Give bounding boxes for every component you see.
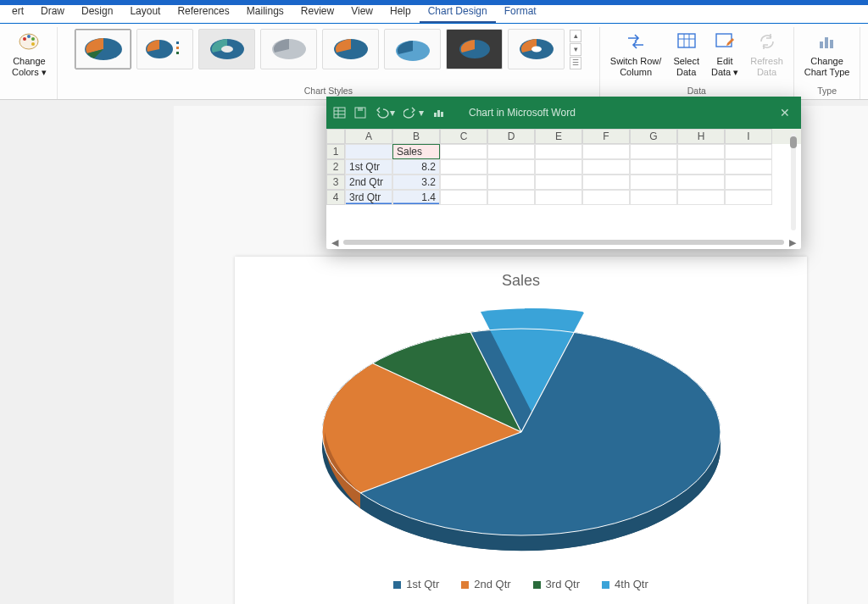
cell-I3[interactable] <box>725 175 772 190</box>
cell-B1[interactable]: Sales <box>392 144 440 159</box>
svg-point-17 <box>531 47 542 53</box>
col-A[interactable]: A <box>345 129 392 144</box>
svg-rect-43 <box>437 110 440 117</box>
undo-icon[interactable]: ▾ <box>375 107 395 119</box>
chart-style-3[interactable] <box>198 29 255 69</box>
chart-style-2[interactable] <box>136 29 193 69</box>
svg-point-3 <box>31 37 35 41</box>
cell-C4[interactable] <box>440 190 487 205</box>
grid-icon[interactable] <box>333 107 346 119</box>
cell-A1[interactable] <box>345 144 392 159</box>
cell-I4[interactable] <box>725 190 772 205</box>
chart-style-6[interactable] <box>384 29 441 69</box>
vscroll-thumb[interactable] <box>790 136 797 148</box>
rowh-3[interactable]: 3 <box>326 175 345 190</box>
redo-icon[interactable]: ▾ <box>403 107 424 119</box>
horizontal-scrollbar[interactable]: ◀ ▶ <box>326 236 801 249</box>
tab-layout[interactable]: Layout <box>121 0 169 23</box>
cell-B4[interactable]: 1.4 <box>392 190 440 205</box>
cell-B3[interactable]: 3.2 <box>392 175 440 190</box>
rowh-1[interactable]: 1 <box>326 144 345 159</box>
tab-review[interactable]: Review <box>292 0 342 23</box>
switch-row-column-button[interactable]: Switch Row/ Column <box>605 29 667 79</box>
styles-more-button[interactable]: ☰ <box>570 57 581 69</box>
cell-E1[interactable] <box>535 144 582 159</box>
cell-G4[interactable] <box>630 190 677 205</box>
cell-F1[interactable] <box>582 144 630 159</box>
cell-F3[interactable] <box>582 175 630 190</box>
scroll-left-icon[interactable]: ◀ <box>331 237 338 248</box>
close-button[interactable]: ✕ <box>776 106 794 119</box>
hscroll-track[interactable] <box>343 240 784 245</box>
cell-D3[interactable] <box>487 175 535 190</box>
cell-D2[interactable] <box>487 159 535 175</box>
chart-style-1[interactable] <box>75 29 131 69</box>
cell-D4[interactable] <box>487 190 535 205</box>
save-icon[interactable] <box>354 107 366 119</box>
cell-A2[interactable]: 1st Qtr <box>345 159 392 175</box>
tab-references[interactable]: References <box>169 0 237 23</box>
change-chart-type-button[interactable]: Change Chart Type <box>799 29 855 79</box>
cell-F4[interactable] <box>582 190 630 205</box>
cell-H1[interactable] <box>677 144 725 159</box>
rowh-2[interactable]: 2 <box>326 159 345 175</box>
cell-E2[interactable] <box>535 159 582 175</box>
col-G[interactable]: G <box>630 129 677 144</box>
change-colors-button[interactable]: Change Colors ▾ <box>7 29 52 79</box>
select-data-button[interactable]: Select Data <box>668 29 704 79</box>
tab-draw[interactable]: Draw <box>32 0 73 23</box>
cell-G1[interactable] <box>630 144 677 159</box>
col-E[interactable]: E <box>535 129 582 144</box>
cell-H2[interactable] <box>677 159 725 175</box>
chart-insert-icon[interactable] <box>432 107 445 119</box>
cell-G2[interactable] <box>630 159 677 175</box>
cell-F2[interactable] <box>582 159 630 175</box>
chart-style-5[interactable] <box>322 29 379 69</box>
select-all-corner[interactable] <box>326 129 345 144</box>
tab-format[interactable]: Format <box>496 0 545 23</box>
col-H[interactable]: H <box>677 129 725 144</box>
svg-rect-44 <box>441 112 443 117</box>
legend-item-3: 3rd Qtr <box>533 578 580 590</box>
tab-insert[interactable]: ert <box>3 0 32 23</box>
chart-data-title: Chart in Microsoft Word <box>453 107 767 119</box>
tab-design[interactable]: Design <box>73 0 121 23</box>
data-grid[interactable]: A B C D E F G H I 1 Sales 2 1st Qtr 8.2 … <box>326 129 801 236</box>
cell-C2[interactable] <box>440 159 487 175</box>
cell-B2[interactable]: 8.2 <box>392 159 440 175</box>
cell-G3[interactable] <box>630 175 677 190</box>
chart-style-8[interactable] <box>508 29 565 69</box>
legend-label-2: 2nd Qtr <box>474 578 510 590</box>
type-group-label: Type <box>817 86 837 97</box>
cell-E4[interactable] <box>535 190 582 205</box>
styles-down-button[interactable]: ▾ <box>570 43 581 56</box>
cell-C1[interactable] <box>440 144 487 159</box>
edit-data-button[interactable]: Edit Data ▾ <box>706 29 743 79</box>
cell-H4[interactable] <box>677 190 725 205</box>
col-C[interactable]: C <box>440 129 487 144</box>
cell-A4[interactable]: 3rd Qtr <box>345 190 392 205</box>
rowh-4[interactable]: 4 <box>326 190 345 205</box>
col-I[interactable]: I <box>725 129 772 144</box>
tab-chart-design[interactable]: Chart Design <box>420 0 496 23</box>
col-D[interactable]: D <box>487 129 535 144</box>
col-F[interactable]: F <box>582 129 630 144</box>
chart-style-4[interactable] <box>260 29 317 69</box>
cell-D1[interactable] <box>487 144 535 159</box>
tab-view[interactable]: View <box>342 0 381 23</box>
col-B[interactable]: B <box>392 129 440 144</box>
chart-style-7[interactable] <box>446 29 503 69</box>
cell-A3[interactable]: 2nd Qtr <box>345 175 392 190</box>
pie-chart[interactable] <box>292 295 750 566</box>
cell-H3[interactable] <box>677 175 725 190</box>
tab-mailings[interactable]: Mailings <box>238 0 292 23</box>
tab-help[interactable]: Help <box>381 0 420 23</box>
cell-I2[interactable] <box>725 159 772 175</box>
vertical-scrollbar[interactable] <box>788 133 798 230</box>
scroll-right-icon[interactable]: ▶ <box>789 237 796 248</box>
refresh-data-label: Refresh Data <box>750 56 783 77</box>
cell-I1[interactable] <box>725 144 772 159</box>
cell-E3[interactable] <box>535 175 582 190</box>
cell-C3[interactable] <box>440 175 487 190</box>
styles-up-button[interactable]: ▴ <box>570 30 581 42</box>
